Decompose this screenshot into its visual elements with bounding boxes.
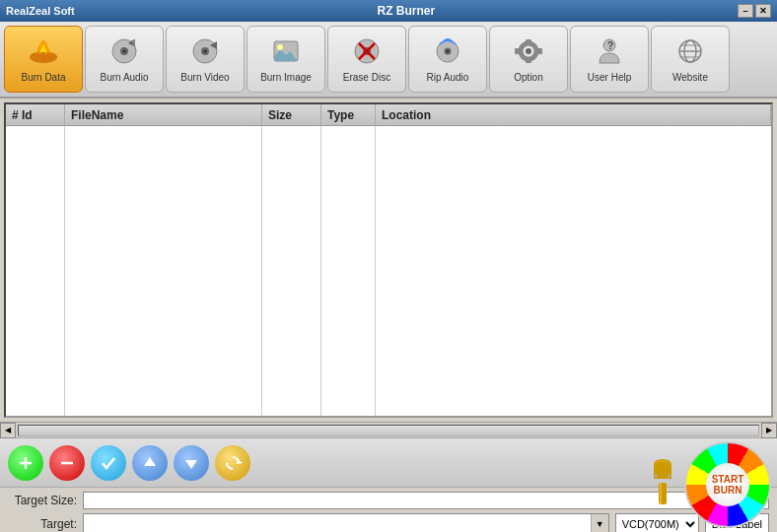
svg-marker-37: [236, 460, 243, 464]
start-button[interactable]: START BURN: [684, 441, 771, 528]
burn-audio-label: Burn Audio: [101, 72, 149, 84]
col-header-id: # Id: [6, 104, 65, 125]
burn-video-label: Burn Video: [180, 72, 229, 84]
horizontal-scrollbar[interactable]: ◀ ▶: [0, 422, 777, 437]
tools-icon-area: [645, 455, 680, 514]
col-location: [376, 126, 771, 416]
app-name: RealZeal Soft: [6, 5, 75, 17]
svg-rect-42: [669, 474, 671, 478]
option-icon: [510, 34, 547, 68]
rip-audio-label: Rip Audio: [427, 72, 469, 84]
col-header-filename: FileName: [65, 104, 262, 125]
check-button[interactable]: [91, 445, 126, 481]
option-label: Option: [514, 72, 542, 84]
website-icon: [671, 34, 709, 68]
col-filename: [65, 126, 262, 416]
svg-rect-21: [526, 39, 531, 44]
burn-data-icon: [25, 34, 62, 68]
rip-audio-icon: [429, 34, 466, 68]
burn-image-icon: [267, 34, 305, 68]
start-area: START BURN: [645, 441, 771, 528]
col-type: [321, 126, 376, 416]
svg-point-18: [447, 50, 450, 53]
window-title: RZ Burner: [75, 4, 738, 18]
wrench-icon: [648, 459, 677, 510]
scrollbar-track[interactable]: [18, 425, 759, 436]
col-header-size: Size: [262, 104, 321, 125]
col-header-location: Location: [376, 104, 771, 125]
svg-point-0: [30, 51, 57, 63]
start-button-container[interactable]: START BURN: [684, 441, 771, 528]
main-toolbar: Burn Data Burn Audio: [0, 22, 777, 99]
burn-audio-icon: [106, 34, 143, 68]
scroll-right-button[interactable]: ▶: [761, 423, 777, 438]
toolbar-erase-disc[interactable]: Erase Disc: [327, 26, 406, 93]
svg-rect-39: [660, 483, 662, 504]
file-table: # Id FileName Size Type Location: [4, 102, 773, 418]
target-drive-dropdown-button[interactable]: ▼: [591, 514, 608, 532]
window-controls: – ✕: [738, 4, 771, 18]
toolbar-website[interactable]: Website: [651, 26, 730, 93]
svg-rect-41: [655, 474, 657, 478]
svg-point-20: [526, 48, 531, 54]
col-id: [6, 126, 65, 416]
burn-image-label: Burn Image: [260, 72, 312, 84]
svg-rect-22: [526, 58, 531, 63]
scroll-left-button[interactable]: ◀: [0, 423, 16, 438]
toolbar-burn-image[interactable]: Burn Image: [247, 26, 325, 93]
target-drive-input[interactable]: [84, 518, 591, 530]
user-help-icon: ?: [591, 34, 628, 68]
svg-point-8: [204, 50, 207, 53]
svg-text:?: ?: [607, 40, 613, 51]
move-down-button[interactable]: [174, 445, 209, 481]
move-up-button[interactable]: [132, 445, 168, 481]
toolbar-rip-audio[interactable]: Rip Audio: [408, 26, 487, 93]
table-body: [6, 126, 771, 416]
minimize-button[interactable]: –: [738, 4, 753, 18]
toolbar-burn-audio[interactable]: Burn Audio: [85, 26, 164, 93]
svg-marker-36: [185, 460, 197, 469]
burn-data-label: Burn Data: [21, 72, 65, 84]
start-disc-label: START BURN: [706, 463, 749, 506]
erase-disc-icon: [348, 34, 386, 68]
target-size-label: Target Size:: [8, 494, 77, 507]
toolbar-burn-video[interactable]: Burn Video: [166, 26, 245, 93]
start-text-line2: BURN: [714, 485, 742, 496]
svg-marker-35: [144, 457, 156, 466]
title-bar: RealZeal Soft RZ Burner – ✕: [0, 0, 777, 22]
table-header: # Id FileName Size Type Location: [6, 104, 771, 126]
toolbar-option[interactable]: Option: [489, 26, 568, 93]
remove-button[interactable]: [49, 445, 85, 481]
col-size: [262, 126, 321, 416]
svg-point-11: [277, 44, 283, 50]
toolbar-user-help[interactable]: ? User Help: [570, 26, 649, 93]
target-drive-combo[interactable]: ▼: [83, 513, 609, 532]
user-help-label: User Help: [588, 72, 631, 84]
erase-disc-label: Erase Disc: [343, 72, 390, 84]
website-label: Website: [672, 72, 708, 84]
svg-rect-24: [537, 48, 542, 54]
start-text-line1: START: [712, 474, 744, 485]
refresh-button[interactable]: [215, 445, 250, 481]
close-button[interactable]: ✕: [755, 4, 771, 18]
target-label: Target:: [8, 517, 77, 531]
toolbar-burn-data[interactable]: Burn Data: [4, 26, 83, 93]
col-header-type: Type: [321, 104, 376, 125]
svg-rect-23: [515, 48, 520, 54]
add-button[interactable]: [8, 445, 43, 481]
burn-video-icon: [186, 34, 224, 68]
svg-point-3: [123, 50, 126, 53]
